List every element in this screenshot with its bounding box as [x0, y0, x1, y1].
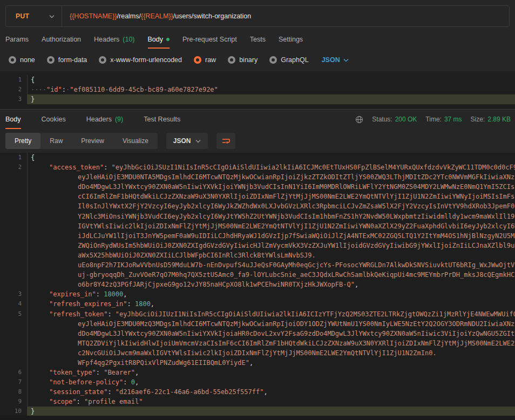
- code-line: c2NvcGUiOiJwcm9maWxlIGVtYWlsIiwic2lkIjoi…: [0, 348, 515, 358]
- chevron-down-icon: [195, 139, 201, 143]
- body-mode-selector: noneform-datax-www-form-urlencodedrawbin…: [9, 52, 349, 68]
- response-tab-test-results[interactable]: Test Results: [144, 110, 180, 129]
- response-language-label: JSON: [173, 137, 191, 145]
- body-mode-label: binary: [239, 56, 258, 64]
- line-number: 9: [0, 397, 27, 407]
- line-number: 5: [0, 309, 27, 319]
- line-content: c2NvcGUiOiJwcm9maWxlIGVtYWlsIiwic2lkIjoi…: [27, 348, 515, 358]
- body-mode-graphql[interactable]: GraphQL: [269, 56, 308, 64]
- code-line: WFpf4qg2PgxitR8PQixVlPNZudWg61EIIBQmL0Yi…: [0, 358, 515, 368]
- line-number: 7: [0, 377, 27, 387]
- line-number: [0, 270, 27, 280]
- view-preview[interactable]: Preview: [72, 133, 113, 149]
- line-content: "access_token": "eyJhbGciOiJSUzI1NiIsInR…: [27, 162, 515, 172]
- body-mode-binary[interactable]: binary: [228, 56, 258, 64]
- line-content: MTQ2ZDViYjlkIiwidHlwIjoiUmVmcmVzaCIsImF6…: [27, 338, 515, 348]
- line-content: uj-gbryoqqDh_ZuvVOeR7qO7M0hq7QX5ztUSAmc0…: [27, 270, 515, 280]
- code-line: 1{: [0, 75, 515, 85]
- response-tab-headers[interactable]: Headers(9): [86, 110, 124, 129]
- tab-pre-request-script[interactable]: Pre-request Script: [182, 30, 237, 49]
- response-body-viewer: 1{2"access_token": "eyJhbGciOiJSUzI1NiIs…: [0, 153, 515, 416]
- bottom-status-strip: [0, 416, 515, 420]
- tab-params[interactable]: Params: [5, 30, 29, 49]
- line-content: uEo8npF2h7IKJoRwVVbnUsD59MduLW7b-nEnDvpu…: [27, 260, 515, 270]
- tab-authorization[interactable]: Authorization: [42, 30, 81, 49]
- code-line: MTQ2ZDViYjlkIiwidHlwIjoiUmVmcmVzaCIsImF6…: [0, 338, 515, 348]
- tab-label: Body: [148, 36, 164, 43]
- radio-icon: [194, 56, 201, 64]
- method-label: PUT: [16, 12, 29, 20]
- body-mode-label: raw: [205, 56, 216, 64]
- chevron-down-icon: [49, 15, 55, 18]
- tab-label: Headers: [86, 116, 112, 123]
- chevron-down-icon: [343, 58, 349, 62]
- line-number: [0, 182, 27, 192]
- tab-label: Tests: [250, 36, 266, 43]
- view-mode-group: PrettyRawPreviewVisualize: [5, 133, 158, 149]
- wrap-line-button[interactable]: [216, 133, 235, 149]
- body-mode-form-data[interactable]: form-data: [47, 56, 87, 64]
- body-filled-dot: [166, 38, 170, 41]
- line-content: o6br8Y42zQ3PGfJARjCjpxeG9go12vJY85naHCpX…: [27, 280, 515, 289]
- response-view-controls: PrettyRawPreviewVisualize JSON: [5, 133, 235, 149]
- wrap-line-icon: [221, 137, 231, 145]
- code-line: eyJleHAiOjE3MDU0MzQ3MDgsImlhdCI6MTcwNTQz…: [0, 319, 515, 329]
- line-content: "refresh_token": "eyJhbGciOiJIUzI1NiIsIn…: [27, 309, 515, 319]
- line-number: 1: [0, 153, 27, 162]
- code-line: Il0sInJlYWxtX2FjY2VzcyI6eyJyb2xlcyI6WyJk…: [0, 201, 515, 211]
- body-mode-raw[interactable]: raw: [194, 56, 216, 64]
- line-content: iJdLCJuYW1lIjoiT3JnYW5pemF0aW9uIDIiLCJhd…: [27, 231, 515, 241]
- line-content: "expires_in": 18000,: [27, 289, 515, 299]
- request-language-dropdown[interactable]: JSON: [322, 56, 349, 64]
- line-number: [0, 319, 27, 329]
- response-tabs: BodyCookiesHeaders(9)Test Results: [5, 110, 180, 129]
- response-tab-cookies[interactable]: Cookies: [42, 110, 66, 129]
- line-content: dDo4MDgwL3JlYWxtcy90ZXN0aW5nIiwiYXVkIjoi…: [27, 329, 515, 338]
- line-number: 8: [0, 387, 27, 397]
- code-line: 7"not-before-policy": 0,: [0, 377, 515, 387]
- request-body-editor[interactable]: 1{2····"id":·"ef085110-6dd9-45cb-bc89-a6…: [0, 71, 515, 109]
- tab-settings[interactable]: Settings: [279, 30, 303, 49]
- line-number: [0, 212, 27, 221]
- line-content: "session_state": "d216aef6-22c1-46a6-a6b…: [27, 387, 515, 397]
- code-line: 2"access_token": "eyJhbGciOiJSUzI1NiIsIn…: [0, 162, 515, 172]
- size-badge: Size: 2.89 KB: [471, 116, 511, 123]
- view-pretty[interactable]: Pretty: [5, 133, 40, 149]
- method-dropdown[interactable]: PUT: [6, 6, 62, 26]
- body-mode-label: GraphQL: [281, 56, 308, 64]
- radio-icon: [9, 56, 16, 64]
- tab-headers[interactable]: Headers(10): [94, 30, 134, 49]
- tab-tests[interactable]: Tests: [250, 30, 266, 49]
- code-line: aWx5X25hbWUiOiJ0ZXN0ZXIiLCJlbWFpbCI6InRl…: [0, 250, 515, 260]
- response-meta: Status: 200 OK Time: 37 ms Size: 2.89 KB: [355, 110, 511, 129]
- url-variable: {{HOSTNAME}}: [70, 12, 117, 20]
- code-line: 1{: [0, 153, 515, 162]
- tab-body[interactable]: Body: [148, 30, 170, 49]
- line-number: [0, 329, 27, 338]
- body-mode-x-www-form-urlencoded[interactable]: x-www-form-urlencoded: [99, 56, 182, 64]
- view-raw[interactable]: Raw: [40, 133, 72, 149]
- line-content: Y2Nlc3MiOnsiYWNjb3VudCI6eyJyb2xlcyI6WyJt…: [27, 212, 515, 221]
- line-number: [0, 338, 27, 348]
- url-text: /users/switch-organization: [173, 12, 252, 20]
- line-content: ZWQiOnRydWUsIm5hbWUiOiJ0ZXN0ZXIgdGVzdGVy…: [27, 241, 515, 250]
- radio-icon: [269, 56, 277, 64]
- code-line: 3"expires_in": 18000,: [0, 289, 515, 299]
- request-tabs: ParamsAuthorizationHeaders(10)BodyPre-re…: [5, 30, 303, 49]
- code-line: uj-gbryoqqDh_ZuvVOeR7qO7M0hq7QX5ztUSAmc0…: [0, 270, 515, 280]
- view-visualize[interactable]: Visualize: [113, 133, 158, 149]
- response-header: BodyCookiesHeaders(9)Test Results Status…: [0, 109, 515, 129]
- response-tab-body[interactable]: Body: [5, 110, 21, 129]
- code-line: 4"refresh_expires_in": 1800,: [0, 299, 515, 309]
- globe-icon[interactable]: [355, 116, 363, 124]
- tab-label: Pre-request Script: [182, 36, 237, 43]
- radio-icon: [47, 56, 55, 64]
- code-line: 10}: [0, 407, 515, 416]
- response-language-dropdown[interactable]: JSON: [166, 133, 208, 149]
- url-input[interactable]: {{HOSTNAME}}/realms/{{REALM}}/users/swit…: [62, 12, 251, 20]
- time-badge: Time: 37 ms: [425, 116, 462, 123]
- code-line: uEo8npF2h7IKJoRwVVbnUsD59MduLW7b-nEnDvpu…: [0, 260, 515, 270]
- code-line: o6br8Y42zQ3PGfJARjCjpxeG9go12vJY85naHCpX…: [0, 280, 515, 289]
- body-mode-none[interactable]: none: [9, 56, 35, 64]
- code-line: iJdLCJuYW1lIjoiT3JnYW5pemF0aW9uIDIiLCJhd…: [0, 231, 515, 241]
